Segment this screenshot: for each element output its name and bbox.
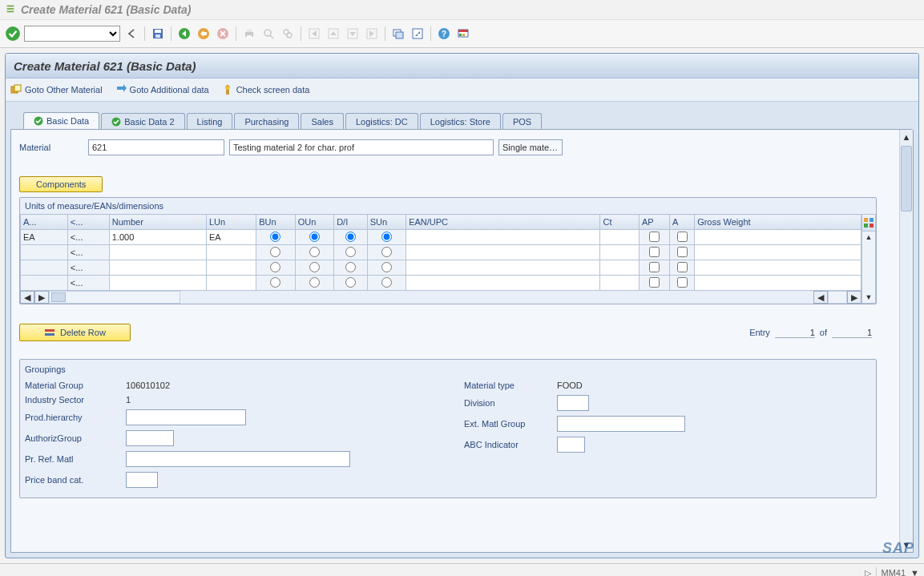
table-cell[interactable] xyxy=(367,260,406,276)
first-page-icon[interactable] xyxy=(306,26,322,42)
uom-col-ct[interactable]: Ct xyxy=(600,215,639,230)
radio-input[interactable] xyxy=(381,247,392,257)
tab-listing[interactable]: Listing xyxy=(187,113,233,130)
content-vscroll[interactable]: ▲ ▼ xyxy=(899,130,913,552)
tab-basic-data[interactable]: Basic Data xyxy=(23,112,99,130)
table-cell[interactable] xyxy=(109,260,206,276)
table-cell[interactable]: 1.000 xyxy=(109,230,206,245)
table-cell[interactable] xyxy=(600,260,639,276)
shortcut-icon[interactable] xyxy=(410,26,426,42)
cancel-icon[interactable] xyxy=(215,26,231,42)
hscroll-track-1[interactable] xyxy=(49,291,180,304)
delete-row-button[interactable]: Delete Row xyxy=(19,324,131,341)
table-cell[interactable]: <... xyxy=(67,245,109,260)
checkbox-input[interactable] xyxy=(649,262,660,272)
table-cell[interactable] xyxy=(109,245,206,260)
abc-indicator-input[interactable] xyxy=(557,437,585,453)
table-cell[interactable] xyxy=(21,276,68,291)
status-play-icon[interactable]: ▷ xyxy=(865,568,871,577)
hscroll-right-arrow-1[interactable]: ▶ xyxy=(34,291,49,304)
tab-logistics-dc[interactable]: Logistics: DC xyxy=(345,113,418,130)
table-cell[interactable] xyxy=(639,230,669,245)
radio-input[interactable] xyxy=(309,232,320,242)
customize-layout-icon[interactable] xyxy=(455,26,471,42)
material-number-input[interactable] xyxy=(88,139,224,155)
command-field[interactable] xyxy=(24,26,120,42)
table-cell[interactable] xyxy=(600,230,639,245)
next-page-icon[interactable] xyxy=(345,26,361,42)
content-vscroll-up-icon[interactable]: ▲ xyxy=(901,131,912,143)
table-cell[interactable] xyxy=(669,230,694,245)
division-input[interactable] xyxy=(557,395,589,411)
prod-hierarchy-input[interactable] xyxy=(126,409,246,425)
back-icon[interactable] xyxy=(176,26,192,42)
find-next-icon[interactable] xyxy=(280,26,296,42)
table-cell[interactable] xyxy=(695,260,861,276)
radio-input[interactable] xyxy=(309,247,320,257)
uom-col-bun[interactable]: BUn xyxy=(256,215,295,230)
table-cell[interactable] xyxy=(256,260,295,276)
prev-page-icon[interactable] xyxy=(325,26,341,42)
checkbox-input[interactable] xyxy=(677,277,688,288)
tab-basic-data-2[interactable]: Basic Data 2 xyxy=(101,113,184,130)
table-cell[interactable]: <... xyxy=(67,230,109,245)
table-cell[interactable] xyxy=(669,260,694,276)
table-cell[interactable] xyxy=(367,276,406,291)
table-settings-icon[interactable] xyxy=(861,214,876,232)
pr-ref-matl-input[interactable] xyxy=(126,451,350,467)
enter-button[interactable] xyxy=(5,26,21,42)
goto-additional-data-button[interactable]: Goto Additional data xyxy=(115,84,209,95)
radio-input[interactable] xyxy=(381,232,392,242)
table-cell[interactable] xyxy=(406,260,600,276)
goto-other-material-button[interactable]: Goto Other Material xyxy=(10,84,103,95)
radio-input[interactable] xyxy=(381,262,392,272)
find-icon[interactable] xyxy=(260,26,276,42)
hscroll-left-arrow-2[interactable]: ◀ xyxy=(813,291,828,304)
status-dropdown-icon[interactable]: ▼ xyxy=(910,568,919,576)
radio-input[interactable] xyxy=(309,277,320,288)
radio-input[interactable] xyxy=(345,247,356,257)
table-cell[interactable] xyxy=(406,276,600,291)
table-cell[interactable] xyxy=(295,245,333,260)
checkbox-input[interactable] xyxy=(649,232,660,242)
content-vscroll-thumb[interactable] xyxy=(901,146,912,211)
uom-col-a[interactable]: A xyxy=(669,215,694,230)
hscroll-track-2[interactable] xyxy=(828,291,847,304)
help-icon[interactable]: ? xyxy=(436,26,452,42)
radio-input[interactable] xyxy=(270,277,280,288)
table-cell[interactable] xyxy=(639,245,669,260)
new-session-icon[interactable] xyxy=(390,26,406,42)
collapse-command-field-icon[interactable] xyxy=(123,26,139,42)
radio-input[interactable] xyxy=(345,232,356,242)
table-cell[interactable] xyxy=(256,245,295,260)
uom-col-aun[interactable]: A... xyxy=(21,215,68,230)
table-cell[interactable]: <... xyxy=(67,276,109,291)
material-desc-input[interactable] xyxy=(229,139,494,155)
table-cell[interactable]: EA xyxy=(21,230,68,245)
table-cell[interactable] xyxy=(295,230,333,245)
radio-input[interactable] xyxy=(345,262,356,272)
components-button[interactable]: Components xyxy=(19,176,103,192)
tab-pos[interactable]: POS xyxy=(502,113,542,130)
table-cell[interactable] xyxy=(600,276,639,291)
table-cell[interactable] xyxy=(334,276,368,291)
uom-col-gross[interactable]: Gross Weight xyxy=(695,215,861,230)
exit-icon[interactable] xyxy=(196,26,212,42)
table-cell[interactable] xyxy=(206,260,256,276)
menu-icon[interactable] xyxy=(5,3,16,16)
tab-logistics-store[interactable]: Logistics: Store xyxy=(420,113,501,130)
content-scroll[interactable]: Material Single mate… Components Units o… xyxy=(11,130,899,552)
table-cell[interactable] xyxy=(639,276,669,291)
table-cell[interactable] xyxy=(21,245,68,260)
table-cell[interactable] xyxy=(639,260,669,276)
uom-col-ean[interactable]: EAN/UPC xyxy=(406,215,600,230)
table-cell[interactable] xyxy=(695,245,861,260)
tab-sales[interactable]: Sales xyxy=(301,113,344,130)
radio-input[interactable] xyxy=(270,262,280,272)
checkbox-input[interactable] xyxy=(677,247,688,257)
table-cell[interactable] xyxy=(669,245,694,260)
table-cell[interactable] xyxy=(334,245,368,260)
radio-input[interactable] xyxy=(270,232,280,242)
uom-col-qty[interactable]: <... xyxy=(67,215,109,230)
uom-col-ap[interactable]: AP xyxy=(639,215,669,230)
